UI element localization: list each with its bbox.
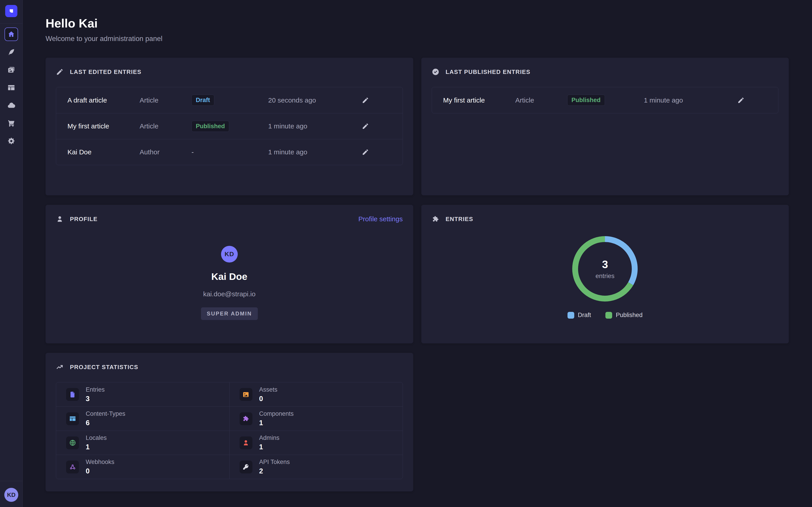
puzzle-icon bbox=[432, 215, 439, 223]
profile-name: Kai Doe bbox=[211, 271, 247, 282]
page-subtitle: Welcome to your administration panel bbox=[46, 35, 789, 43]
edit-pencil-icon bbox=[362, 97, 369, 104]
home-icon bbox=[7, 30, 15, 38]
panel-title: ENTRIES bbox=[446, 216, 473, 223]
legend-item-draft: Draft bbox=[567, 312, 591, 319]
dashboard-grid: LAST EDITED ENTRIES A draft article Arti… bbox=[46, 58, 789, 492]
stat-icon-box bbox=[66, 388, 79, 401]
person-icon bbox=[56, 215, 64, 223]
webhook-icon bbox=[69, 463, 76, 470]
panel-last-published-entries: LAST PUBLISHED ENTRIES My first article … bbox=[421, 58, 789, 195]
sidebar-item-marketplace[interactable] bbox=[4, 116, 18, 130]
donut-chart: 3 entries bbox=[571, 235, 639, 302]
entry-name: Kai Doe bbox=[67, 148, 140, 156]
edit-button[interactable] bbox=[340, 123, 391, 130]
stat-value: 1 bbox=[259, 443, 280, 451]
image-icon bbox=[242, 391, 249, 398]
stat-label: Content-Types bbox=[86, 410, 125, 417]
sidebar-item-settings[interactable] bbox=[4, 134, 18, 148]
stat-components: Components1 bbox=[230, 406, 403, 431]
pictures-icon bbox=[7, 66, 15, 74]
panel-entries-header: ENTRIES bbox=[432, 215, 779, 223]
profile-email: kai.doe@strapi.io bbox=[203, 290, 256, 298]
status-badge: Published bbox=[192, 121, 229, 132]
stat-webhooks: Webhooks0 bbox=[56, 455, 230, 479]
globe-icon bbox=[69, 439, 76, 446]
entry-status: Published bbox=[567, 95, 644, 106]
entry-kind: Article bbox=[140, 97, 192, 104]
panel-profile-header: PROFILE Profile settings bbox=[56, 215, 403, 223]
edit-pencil-icon bbox=[362, 123, 369, 130]
edit-button[interactable] bbox=[715, 97, 767, 104]
user-icon bbox=[242, 439, 249, 446]
sidebar-item-home[interactable] bbox=[4, 27, 18, 41]
entry-kind: Article bbox=[515, 97, 567, 104]
status-dash: - bbox=[192, 148, 194, 156]
entries-body: 3 entries Draft Published bbox=[432, 223, 779, 319]
stat-label: API Tokens bbox=[259, 459, 290, 465]
stat-value: 1 bbox=[86, 443, 107, 451]
table-row[interactable]: Kai Doe Author - 1 minute ago bbox=[56, 139, 403, 165]
stat-entries: Entries3 bbox=[56, 382, 230, 406]
stat-icon-box bbox=[66, 412, 79, 425]
edit-button[interactable] bbox=[340, 149, 391, 156]
role-badge: SUPER ADMIN bbox=[201, 307, 258, 320]
sidebar-divider-top bbox=[0, 23, 23, 24]
sidebar: KD bbox=[0, 0, 23, 507]
entry-time: 1 minute ago bbox=[268, 148, 340, 156]
sidebar-item-content-type-builder[interactable] bbox=[4, 81, 18, 95]
stat-value: 0 bbox=[86, 467, 114, 475]
panel-profile: PROFILE Profile settings KD Kai Doe kai.… bbox=[46, 205, 413, 343]
user-avatar[interactable]: KD bbox=[4, 488, 18, 502]
key-icon bbox=[242, 463, 249, 470]
trending-up-icon bbox=[56, 363, 64, 371]
stat-icon-box bbox=[66, 461, 79, 473]
stat-value: 0 bbox=[259, 395, 277, 403]
sidebar-divider-bottom bbox=[0, 481, 23, 481]
entry-time: 20 seconds ago bbox=[268, 97, 340, 104]
stat-icon-box bbox=[240, 437, 252, 449]
page-title: Hello Kai bbox=[46, 16, 789, 30]
edit-button[interactable] bbox=[340, 97, 391, 104]
entry-status: Draft bbox=[192, 95, 268, 106]
sidebar-item-media-library[interactable] bbox=[4, 63, 18, 76]
stat-assets: Assets0 bbox=[230, 382, 403, 406]
stat-icon-box bbox=[240, 461, 252, 473]
entry-kind: Article bbox=[140, 122, 192, 130]
profile-settings-link[interactable]: Profile settings bbox=[358, 215, 403, 223]
sidebar-item-deploy[interactable] bbox=[4, 99, 18, 112]
stat-label: Admins bbox=[259, 435, 280, 441]
panel-title: PROFILE bbox=[70, 216, 97, 223]
last-published-table: My first article Article Published 1 min… bbox=[432, 87, 779, 113]
table-row[interactable]: My first article Article Published 1 min… bbox=[56, 113, 403, 139]
stat-icon-box bbox=[240, 388, 252, 401]
sidebar-footer: KD bbox=[0, 481, 22, 507]
legend-swatch-published bbox=[605, 312, 612, 319]
status-badge: Published bbox=[567, 95, 605, 106]
stat-content-types: Content-Types6 bbox=[56, 406, 230, 431]
panel-entries: ENTRIES 3 entries Draft bbox=[421, 205, 789, 343]
stat-value: 3 bbox=[86, 395, 105, 403]
stat-value: 1 bbox=[259, 419, 294, 427]
legend-label: Published bbox=[616, 312, 643, 319]
panel-project-statistics: PROJECT STATISTICS Entries3 Assets0 Cont… bbox=[46, 353, 413, 492]
main-content: Hello Kai Welcome to your administration… bbox=[23, 0, 812, 492]
stat-icon-box bbox=[66, 437, 79, 449]
last-edited-table: A draft article Article Draft 20 seconds… bbox=[56, 87, 403, 165]
table-row[interactable]: A draft article Article Draft 20 seconds… bbox=[56, 87, 403, 113]
table-row[interactable]: My first article Article Published 1 min… bbox=[432, 87, 778, 113]
sidebar-item-content-manager[interactable] bbox=[4, 45, 18, 59]
sidebar-nav bbox=[4, 27, 18, 148]
entry-name: My first article bbox=[67, 122, 140, 130]
stat-icon-box bbox=[240, 412, 252, 425]
donut-center: 3 entries bbox=[571, 235, 639, 302]
entry-kind: Author bbox=[140, 148, 192, 156]
stat-value: 6 bbox=[86, 419, 125, 427]
panel-last-edited-header: LAST EDITED ENTRIES bbox=[56, 68, 403, 76]
stat-label: Assets bbox=[259, 386, 277, 393]
feather-icon bbox=[7, 48, 15, 56]
panel-stats-header: PROJECT STATISTICS bbox=[56, 363, 403, 371]
panel-last-edited-entries: LAST EDITED ENTRIES A draft article Arti… bbox=[46, 58, 413, 195]
legend-item-published: Published bbox=[605, 312, 643, 319]
stat-label: Webhooks bbox=[86, 459, 114, 465]
